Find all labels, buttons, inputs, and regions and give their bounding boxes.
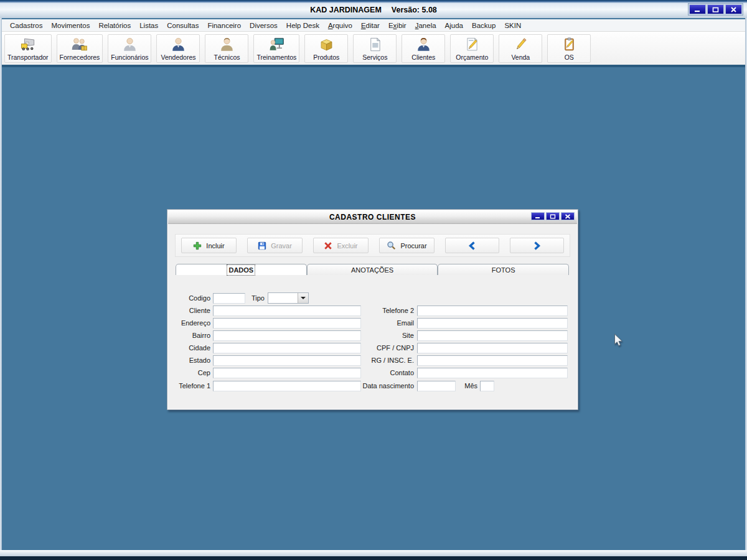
next-icon (533, 241, 541, 250)
cep-input[interactable] (213, 368, 361, 378)
gravar-button-label: Gravar (271, 242, 292, 250)
menu-item-backup[interactable]: Backup (467, 21, 500, 30)
training-icon (268, 36, 285, 54)
site-input[interactable] (417, 330, 568, 341)
save-icon (258, 241, 266, 250)
dialog-maximize-button[interactable] (546, 212, 560, 220)
estado-label: Estado (171, 355, 210, 366)
dialog-action-panel: Incluir Gravar Excluir (175, 234, 570, 257)
toolbar-button-label: Funcionários (111, 54, 148, 62)
rg-insc-input[interactable] (417, 355, 568, 366)
menu-item-relatorios[interactable]: Relatórios (94, 21, 135, 30)
bairro-input[interactable] (213, 330, 361, 341)
main-window-controls (688, 3, 743, 16)
truck-icon (19, 36, 36, 54)
tipo-combobox[interactable] (268, 292, 309, 304)
toolbar-button-label: Vendedores (161, 54, 195, 62)
toolbar-button-label: Treinamentos (256, 54, 296, 62)
toolbar-button-servicos[interactable]: Serviços (353, 34, 397, 63)
dialog-close-button[interactable] (561, 212, 575, 220)
menu-item-diversos[interactable]: Diversos (245, 21, 282, 30)
toolbar-button-label: Clientes (411, 54, 435, 62)
toolbar-button-funcionarios[interactable]: Funcionários (108, 34, 151, 63)
toolbar-button-clientes[interactable]: Clientes (402, 34, 445, 63)
toolbar-button-label: Produtos (313, 54, 339, 62)
maximize-icon (712, 7, 719, 12)
data-nascimento-input[interactable] (417, 381, 456, 391)
telefone1-label: Telefone 1 (171, 381, 210, 391)
quote-icon (464, 36, 481, 54)
cidade-input[interactable] (213, 343, 361, 353)
next-record-button[interactable] (510, 238, 564, 253)
toolbar-button-produtos[interactable]: Produtos (304, 34, 348, 63)
tab-fotos[interactable]: FOTOS (438, 264, 569, 275)
dialog-minimize-button[interactable] (531, 212, 545, 220)
toolbar-button-venda[interactable]: Venda (499, 34, 542, 63)
toolbar: Transportador Fornecedores (0, 32, 747, 67)
window-frame-left (0, 18, 2, 560)
menu-item-skin[interactable]: SKIN (500, 21, 525, 30)
toolbar-button-os[interactable]: OS (547, 34, 591, 63)
tipo-label: Tipo (246, 293, 265, 304)
excluir-button-label: Excluir (337, 242, 357, 250)
pencil-icon (512, 36, 529, 54)
telefone2-input[interactable] (417, 306, 568, 316)
cliente-input[interactable] (213, 306, 361, 316)
delete-icon (324, 241, 332, 250)
toolbar-button-treinamentos[interactable]: Treinamentos (253, 34, 299, 63)
menu-item-consultas[interactable]: Consultas (162, 21, 203, 30)
estado-input[interactable] (213, 355, 361, 366)
main-titlebar[interactable]: KAD JARDINAGEM Versão: 5.08 (0, 0, 747, 18)
chevron-down-icon (301, 297, 306, 299)
tab-dados-label: DADOS (228, 266, 253, 274)
dialog-titlebar[interactable]: CADASTRO CLIENTES (168, 210, 577, 224)
minimize-icon (694, 7, 701, 12)
cadastro-clientes-dialog: CADASTRO CLIENTES Incluir (167, 209, 578, 410)
previous-record-button[interactable] (445, 238, 499, 253)
menu-item-listas[interactable]: Listas (135, 21, 162, 30)
telefone1-input[interactable] (213, 381, 361, 391)
toolbar-button-vendedores[interactable]: Vendedores (156, 34, 200, 63)
window-frame-bottom (0, 550, 747, 556)
cpf-cnpj-input[interactable] (417, 343, 568, 353)
menu-item-exibir[interactable]: Exibir (384, 21, 411, 30)
toolbar-button-tecnicos[interactable]: Técnicos (205, 34, 248, 63)
menu-item-editar[interactable]: Editar (357, 21, 384, 30)
toolbar-button-orcamento[interactable]: Orçamento (450, 34, 494, 63)
tab-dados[interactable]: DADOS (176, 264, 307, 275)
tab-anotacoes[interactable]: ANOTAÇÕES (307, 264, 438, 275)
maximize-button[interactable] (707, 4, 724, 14)
menu-item-arquivo[interactable]: Arquivo (324, 21, 357, 30)
endereco-label: Endereço (171, 318, 210, 329)
menu-item-janela[interactable]: Janela (411, 21, 441, 30)
excluir-button[interactable]: Excluir (313, 238, 369, 253)
tipo-combobox-dropdown-button[interactable] (298, 293, 308, 303)
gravar-button[interactable]: Gravar (247, 238, 303, 253)
cep-label: Cep (171, 368, 210, 378)
dialog-tabs: DADOS ANOTAÇÕES FOTOS (176, 264, 569, 275)
toolbar-button-label: Orçamento (456, 54, 488, 62)
close-button[interactable] (725, 4, 742, 14)
cidade-label: Cidade (171, 343, 210, 353)
procurar-button[interactable]: Procurar (379, 238, 435, 253)
close-icon (730, 7, 737, 12)
menu-item-ajuda[interactable]: Ajuda (441, 21, 467, 30)
menu-item-helpdesk[interactable]: Help Desk (282, 21, 324, 30)
menu-item-cadastros[interactable]: Cadastros (6, 21, 47, 30)
contato-input[interactable] (417, 368, 568, 378)
toolbar-button-transportador[interactable]: Transportador (4, 34, 52, 63)
maximize-icon (550, 214, 556, 219)
minimize-button[interactable] (689, 4, 706, 14)
minimize-icon (535, 214, 541, 219)
codigo-input[interactable] (213, 293, 245, 304)
incluir-button[interactable]: Incluir (181, 238, 237, 253)
endereco-input[interactable] (213, 318, 361, 329)
menu-item-financeiro[interactable]: Financeiro (203, 21, 245, 30)
rg-insc-label: RG / INSC. E. (354, 355, 414, 366)
menu-item-movimentos[interactable]: Movimentos (47, 21, 94, 30)
mes-input[interactable] (480, 381, 494, 391)
codigo-label: Codigo (171, 293, 210, 304)
toolbar-button-fornecedores[interactable]: Fornecedores (57, 34, 103, 63)
toolbar-button-label: Transportador (7, 54, 49, 62)
email-input[interactable] (417, 318, 568, 329)
